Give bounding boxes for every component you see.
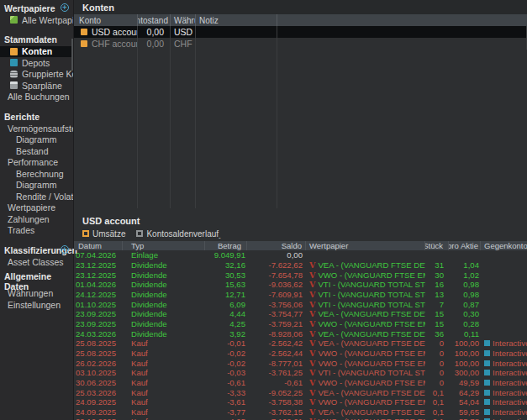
offset-account-name: Interactive …: [493, 388, 527, 397]
account-currency-cell: CHF: [171, 38, 196, 50]
transaction-row[interactable]: 01.10.2025Dividende6,09-3.756,06VVTI - (…: [74, 299, 527, 309]
tx-amount-cell: -3,61: [205, 397, 247, 407]
transaction-row[interactable]: 24.09.2025Kauf-3,61-3.758,38VVWO - (VANG…: [74, 397, 527, 407]
sidebar-scrollbar[interactable]: [71, 39, 73, 71]
sidebar-sections: Wertpapiere+Alle WertpapiereStammdatenKo…: [0, 2, 73, 311]
sidebar-item-berechnung[interactable]: Berechnung: [0, 168, 73, 180]
tx-balance-cell: -8.777,01: [247, 358, 306, 368]
column-header-saldo[interactable]: Saldo: [247, 241, 306, 250]
vanguard-icon: V: [309, 329, 315, 339]
tx-amount-cell: 30,53: [205, 270, 247, 280]
tx-date-cell: 23.12.2025: [76, 260, 123, 270]
sidebar-item-trades[interactable]: Trades: [0, 225, 73, 237]
column-header-ontostand[interactable]: ontostand: [138, 14, 171, 26]
tx-security-cell: VVWO - (VANGUARD FTSE EMER…: [306, 319, 425, 329]
tx-date-cell: 30.06.2025: [76, 378, 123, 388]
tx-shares-cell: 16: [425, 280, 449, 290]
transaction-row[interactable]: 03.10.2025Kauf-0,03-3.761,25VVTI - (VANG…: [74, 368, 527, 378]
sidebar-item-diagramm[interactable]: Diagramm: [0, 134, 73, 146]
tx-security-cell: VVEA - (VANGUARD FTSE DEVEL…: [306, 309, 425, 319]
tx-type-cell: Dividende: [123, 270, 205, 280]
transaction-row[interactable]: 24.03.2026Dividende3,92-8.928,06VVEA - (…: [74, 328, 527, 339]
transaction-row[interactable]: 23.12.2025Dividende30,53-7.654,78VVWO - …: [74, 270, 527, 280]
sidebar-item-alle-buchungen[interactable]: Alle Buchungen: [0, 92, 73, 103]
tx-per-share-cell: 55,78: [449, 417, 481, 420]
add-wertpapiere-button[interactable]: +: [61, 3, 69, 12]
column-header-datum[interactable]: Datum: [76, 241, 123, 250]
portfolio-icon: [484, 399, 490, 405]
sidebar-item-depots[interactable]: Depots: [0, 57, 73, 69]
security-name: VWO - (VANGUARD FTSE EMER…: [318, 417, 425, 420]
tx-type-cell: Kauf: [123, 349, 205, 359]
tx-security-cell: VVTI - (VANGUARD TOTAL STOC…: [306, 280, 425, 290]
sidebar-item-rendite-volatilit-t[interactable]: Rendite / Volatilität: [0, 191, 73, 202]
column-header-w-hrur[interactable]: Währur: [171, 14, 196, 26]
sidebar-item-einstellungen[interactable]: Einstellungen: [0, 299, 73, 311]
column-header-gegenkonto[interactable]: Gegenkonto: [481, 241, 527, 250]
transaction-row[interactable]: 25.08.2025Kauf-0,02-2.562,44VVWO - (VANG…: [74, 349, 527, 359]
sidebar-item-zahlungen[interactable]: Zahlungen: [0, 213, 73, 225]
sidebar-item-gruppierte-konten[interactable]: Gruppierte Konten: [0, 69, 73, 81]
transaction-row[interactable]: 25.08.2025Kauf-0,01-2.562,42VVEA - (VANG…: [74, 339, 527, 349]
tab-ums-tze[interactable]: Umsätze: [82, 229, 125, 239]
column-header-notiz[interactable]: Notiz: [196, 14, 277, 26]
portfolio-icon: [484, 390, 490, 396]
transaction-row[interactable]: 24.12.2025Dividende12,71-7.609,91VVTI - …: [74, 290, 527, 300]
sidebar-item-asset-classes[interactable]: Asset Classes: [0, 256, 73, 268]
transaction-row[interactable]: 29.10.2025Kauf-4,25-7.102,61VVWO - (VANG…: [74, 417, 527, 420]
column-header-betrag[interactable]: Betrag: [205, 241, 247, 250]
transactions-table-header: DatumTypBetragSaldoWertpapierStückpro Ak…: [74, 241, 527, 250]
sidebar-item-alle-wertpapiere[interactable]: Alle Wertpapiere: [0, 14, 73, 26]
main-area: Konten KontoontostandWährurNotiz USD acc…: [74, 0, 527, 420]
tx-security-cell: VVWO - (VANGUARD FTSE EMER…: [306, 270, 425, 280]
account-row[interactable]: USD account0,00USD: [74, 26, 527, 38]
column-header-pro-aktie[interactable]: pro Aktie: [449, 241, 481, 250]
transaction-row[interactable]: 23.12.2025Dividende32,16-7.622,62VVEA - …: [74, 260, 527, 270]
tx-security-cell: VVEA - (VANGUARD FTSE DEVEL…: [306, 260, 425, 270]
transaction-row[interactable]: 24.09.2025Kauf-3,77-3.762,15VVEA - (VANG…: [74, 407, 527, 417]
tx-offset-account-cell: Interactive …: [481, 417, 527, 420]
transaction-row[interactable]: 25.03.2026Kauf-3,33-9.052,25VVEA - (VANG…: [74, 387, 527, 397]
sidebar-item-label: Alle Buchungen: [8, 92, 70, 102]
tx-shares-cell: 0,1: [425, 417, 449, 420]
tx-balance-cell: -3.756,06: [247, 299, 306, 309]
sort-arrow-icon[interactable]: ˇ: [219, 238, 221, 243]
sidebar-item-wertpapiere[interactable]: Wertpapiere: [0, 202, 73, 214]
transaction-row[interactable]: 26.02.2026Kauf-0,02-8.777,01VVWO - (VANG…: [74, 358, 527, 368]
portfolio-icon: [484, 370, 490, 375]
sidebar-item-verm-gensaufstellung[interactable]: Vermögensaufstellung: [0, 123, 73, 134]
transaction-row[interactable]: 01.04.2026Dividende15,63-9.036,62VVTI - …: [74, 280, 527, 290]
sidebar-item-label: Bestand: [16, 146, 49, 156]
account-row[interactable]: CHF account0,00CHF: [74, 38, 527, 50]
tx-type-cell: Dividende: [123, 319, 205, 329]
sidebar-item-bestand[interactable]: Bestand: [0, 145, 73, 157]
transaction-row[interactable]: 30.06.2025Kauf-0,61-0,61VVWO - (VANGUARD…: [74, 378, 527, 388]
column-header-typ[interactable]: Typ: [123, 241, 205, 250]
tx-shares-cell: 31: [425, 260, 449, 270]
tx-balance-cell: -8.928,06: [247, 328, 306, 339]
vanguard-icon: V: [309, 349, 315, 358]
tx-shares-cell: 0,1: [425, 387, 449, 397]
add-klassifizierungen-button[interactable]: +: [61, 245, 69, 254]
column-header-wertpapier[interactable]: Wertpapier: [306, 241, 425, 250]
section-label: Berichte: [4, 112, 40, 122]
transaction-row[interactable]: 23.09.2025Dividende4,44-3.754,77VVEA - (…: [74, 309, 527, 319]
tx-balance-cell: -3.758,38: [247, 397, 306, 407]
transaction-row[interactable]: 23.09.2025Dividende4,25-3.759,21VVWO - (…: [74, 319, 527, 329]
tx-offset-account-cell: [481, 328, 527, 339]
sidebar-item-performance[interactable]: Performance: [0, 157, 73, 169]
column-header-st-ck[interactable]: Stück: [425, 241, 449, 250]
tx-balance-cell: -2.562,42: [247, 339, 306, 349]
tx-type-cell: Kauf: [123, 378, 205, 388]
tx-security-cell: VVEA - (VANGUARD FTSE DEVEL…: [306, 339, 425, 349]
tx-security-cell: VVWO - (VANGUARD FTSE EMER…: [306, 397, 425, 407]
tx-offset-account-cell: Interactive …: [481, 407, 527, 417]
transaction-row[interactable]: 07.04.2026Einlage9.049,910,00: [74, 250, 527, 260]
column-header-konto[interactable]: Konto: [76, 14, 138, 26]
sidebar-item-konten[interactable]: Konten: [0, 46, 73, 58]
sidebar-item-sparpl-ne[interactable]: Sparpläne: [0, 80, 73, 92]
sidebar-item-diagramm[interactable]: Diagramm: [0, 180, 73, 192]
tx-shares-cell: 0,1: [425, 407, 449, 417]
tab-kontosaldenverlauf[interactable]: Kontosaldenverlauf: [136, 229, 219, 239]
sidebar-item-label: Alle Wertpapiere: [22, 15, 73, 25]
